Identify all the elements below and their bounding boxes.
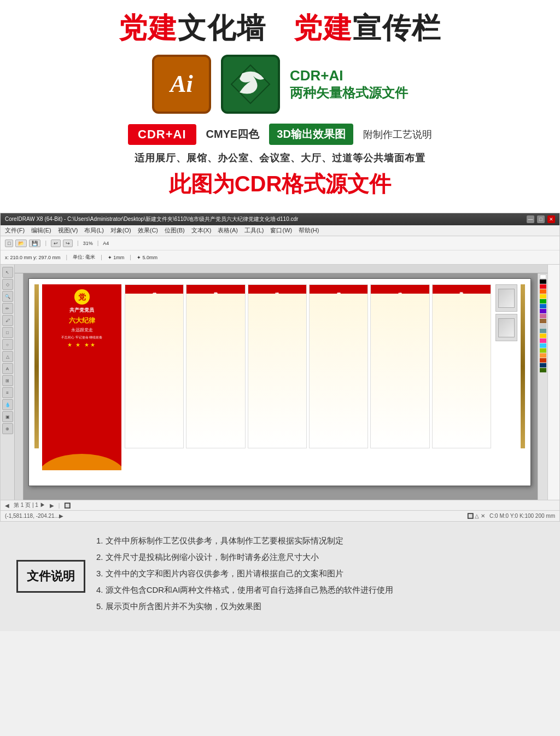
panel-item-6: 工作纪律: [432, 284, 491, 448]
toolbar-redo[interactable]: ↪: [63, 240, 73, 247]
swatch-lime[interactable]: [540, 348, 546, 353]
party-emblem-svg: 党: [74, 289, 90, 305]
swatch-black[interactable]: [540, 279, 546, 284]
panel-subs: 不忘初心 牢记使命 继续前奏: [61, 335, 102, 340]
cdr-svg: [229, 62, 272, 106]
tool-fill[interactable]: ▣: [2, 411, 13, 422]
menu-help[interactable]: 帮助(H): [299, 226, 319, 235]
title-red1: 党建: [119, 12, 178, 44]
swatch-white[interactable]: [540, 274, 546, 279]
menu-bitmap[interactable]: 位图(B): [165, 226, 185, 235]
file-desc-label: 文件说明: [16, 560, 85, 593]
coreldraw-window: CoreIDRAW X8 (64-Bit) - C:\Users\Adminis…: [0, 213, 560, 522]
swatch-cyan[interactable]: [540, 343, 546, 348]
panel-item-2: 政治纪律: [186, 284, 245, 448]
file-desc-item-2: 2. 文件尺寸是投稿比例缩小设计，制作时请务必注意尺寸大小: [96, 549, 544, 565]
swatch-red[interactable]: [540, 284, 546, 289]
menu-view[interactable]: 视图(V): [58, 226, 78, 235]
panel-title1: 共产党党员: [69, 307, 94, 314]
badge-cmye: CMYE四色: [206, 127, 260, 142]
swatch-navy[interactable]: [540, 363, 546, 367]
toolbar-open[interactable]: 📂: [15, 240, 27, 247]
swatch-darkred[interactable]: [540, 358, 546, 363]
format-desc: CDR+AI 两种矢量格式源文件: [290, 67, 408, 102]
coreldraw-toolbox: ↖ ◇ 🔍 ✏ 🖊 □ ○ △ A ⊞ ≡ 💧 ▣ ⊕: [1, 265, 15, 500]
ai-icon: Ai: [152, 55, 211, 114]
menu-object[interactable]: 对象(O): [110, 226, 131, 235]
icons-row: Ai CDR+AI 两种矢量格式源文件: [22, 55, 538, 114]
swatch-teal[interactable]: [540, 329, 546, 333]
menu-effects[interactable]: 效果(C): [138, 226, 158, 235]
tool-poly[interactable]: △: [2, 351, 13, 362]
cdr-format-title: 此图为CDR格式源文件: [22, 169, 538, 199]
3d-preview: [493, 284, 517, 341]
swatch-blue[interactable]: [540, 304, 546, 308]
menu-tools[interactable]: 工具(L): [244, 226, 264, 235]
badge-row: CDR+AI CMYE四色 3D输出效果图 附制作工艺说明: [22, 124, 538, 145]
tool-freehand[interactable]: ✏: [2, 303, 13, 314]
minimize-btn[interactable]: —: [527, 215, 534, 223]
tool-select[interactable]: ↖: [2, 267, 13, 278]
statusbar-color: C:0 M:0 Y:0 K:100 200 mm: [489, 513, 555, 519]
toolbar-undo[interactable]: ↩: [51, 240, 61, 247]
panel-header-2: 政治纪律: [186, 285, 244, 294]
coreldraw-toolbar: □ 📂 💾 | ↩ ↪ | 31% | A4: [1, 236, 559, 250]
swatch-gray[interactable]: [540, 324, 546, 328]
tool-parallel[interactable]: ≡: [2, 387, 13, 398]
menu-file[interactable]: 文件(F): [5, 226, 25, 235]
panel-header-1: 廉洁纪律: [125, 285, 183, 294]
file-desc-item-1: 1. 文件中所标制作工艺仅供参考，具体制作工艺要根据实际情况制定: [96, 533, 544, 549]
swatch-darkgreen[interactable]: [540, 368, 546, 372]
file-desc-item-3: 3. 文件中的文字和图片内容仅供参考，图片请根据自己的文案和图片: [96, 565, 544, 582]
menu-layout[interactable]: 布局(L): [84, 226, 103, 235]
cdr-icon: [221, 55, 280, 114]
toolbar-nudge2: ✦ 5.0mm: [137, 255, 158, 260]
panel-item-5: 自觉纪律: [370, 284, 429, 448]
swatch-brown[interactable]: [540, 319, 546, 323]
coreldraw-canvas[interactable]: 党 共产党党员 六大纪律 永远跟党走 不忘初心 牢记使命 继续前奏 ★ ★ ★★: [15, 265, 547, 500]
title-red2: 党建: [294, 12, 353, 44]
statusbar-right-info: 🔲 △ ✕ C:0 M:0 Y:0 K:100 200 mm: [467, 513, 555, 519]
maximize-btn[interactable]: □: [537, 215, 545, 223]
panel-gold-right: [521, 284, 525, 448]
toolbar-save[interactable]: 💾: [29, 240, 40, 247]
menu-window[interactable]: 窗口(W): [270, 226, 292, 235]
coreldraw-right-dock: [547, 265, 559, 500]
swatch-orange[interactable]: [540, 289, 546, 294]
panel-body-4: [310, 294, 368, 448]
menu-text[interactable]: 文本(X): [191, 226, 212, 235]
menu-table[interactable]: 表格(A): [218, 226, 238, 235]
close-btn[interactable]: ✕: [547, 215, 555, 223]
swatch-amber[interactable]: [540, 353, 546, 358]
tool-zoom[interactable]: 🔍: [2, 291, 13, 302]
panels-right: 廉洁纪律 政治纪律 生活纪律: [125, 284, 517, 448]
panel-header-5: 自觉纪律: [371, 285, 429, 294]
swatch-green[interactable]: [540, 299, 546, 303]
tool-table[interactable]: ⊞: [2, 375, 13, 386]
tool-pen[interactable]: 🖊: [2, 315, 13, 326]
toolbar-new[interactable]: □: [5, 240, 13, 247]
panel-item-4: 群众纪律: [309, 284, 368, 448]
panel-body-1: [125, 294, 183, 448]
format-line2: 两种矢量格式源文件: [290, 84, 408, 102]
tool-ellipse[interactable]: ○: [2, 339, 13, 350]
swatch-gold[interactable]: [540, 334, 546, 338]
3d-box-2: [495, 314, 517, 341]
swatch-pink[interactable]: [540, 314, 546, 318]
panel-body-6: [433, 294, 491, 448]
tool-text[interactable]: A: [2, 363, 13, 374]
toolbar-snap: 单位: 毫米: [73, 254, 95, 261]
menu-edit[interactable]: 编辑(E): [31, 226, 51, 235]
swatch-yellow[interactable]: [540, 294, 546, 299]
page-nav-prev[interactable]: ◀: [5, 503, 9, 509]
ai-icon-text: Ai: [170, 72, 193, 96]
tool-node[interactable]: ◇: [2, 279, 13, 290]
title-black2: 宣传栏: [353, 12, 441, 44]
tool-interact[interactable]: ⊕: [2, 423, 13, 434]
format-line1: CDR+AI: [290, 67, 408, 84]
page-nav-next[interactable]: ▶: [50, 503, 54, 509]
swatch-hotpink[interactable]: [540, 338, 546, 343]
tool-drop[interactable]: 💧: [2, 399, 13, 410]
swatch-purple[interactable]: [540, 309, 546, 313]
tool-rect[interactable]: □: [2, 327, 13, 338]
